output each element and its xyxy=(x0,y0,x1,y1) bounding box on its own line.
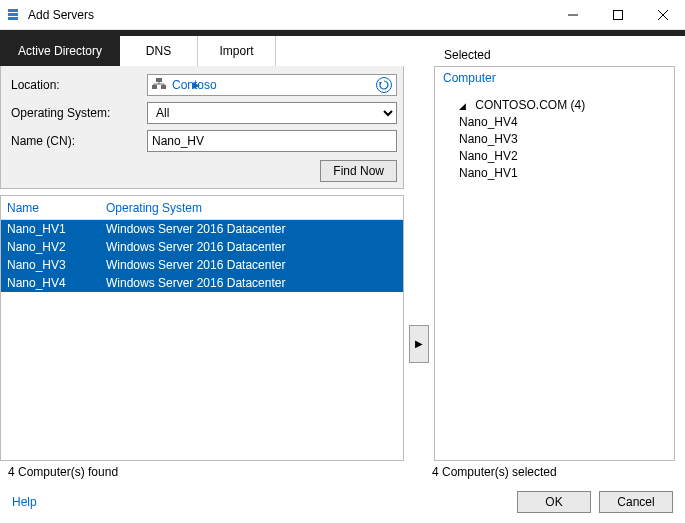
maximize-button[interactable] xyxy=(595,0,640,29)
os-label: Operating System: xyxy=(7,106,147,120)
svg-rect-2 xyxy=(8,17,18,20)
transfer-column: ▶ xyxy=(404,66,434,461)
add-to-selected-button[interactable]: ▶ xyxy=(409,325,429,363)
selected-item[interactable]: Nano_HV2 xyxy=(459,148,666,165)
tab-strip: Active Directory DNS Import xyxy=(0,36,404,66)
domain-label: CONTOSO.COM (4) xyxy=(475,98,585,112)
selected-label: Selected xyxy=(444,48,491,62)
tab-import[interactable]: Import xyxy=(198,36,276,66)
location-label: Location: xyxy=(7,78,147,92)
results-header: Name Operating System xyxy=(1,196,403,220)
titlebar: Add Servers xyxy=(0,0,685,30)
server-icon xyxy=(6,7,22,23)
search-pane: Location: Contoso ▶ Operating System: xyxy=(0,66,404,461)
result-os: Windows Server 2016 Datacenter xyxy=(106,276,403,290)
result-os: Windows Server 2016 Datacenter xyxy=(106,258,403,272)
result-os: Windows Server 2016 Datacenter xyxy=(106,222,403,236)
selected-item[interactable]: Nano_HV4 xyxy=(459,114,666,131)
domain-node[interactable]: ◢ CONTOSO.COM (4) xyxy=(459,98,666,112)
selected-item[interactable]: Nano_HV1 xyxy=(459,165,666,182)
ok-button[interactable]: OK xyxy=(517,491,591,513)
svg-rect-4 xyxy=(613,10,622,19)
name-label: Name (CN): xyxy=(7,134,147,148)
help-link[interactable]: Help xyxy=(12,495,509,509)
window-title: Add Servers xyxy=(28,8,550,22)
result-name: Nano_HV3 xyxy=(1,258,106,272)
tab-dns[interactable]: DNS xyxy=(120,36,198,66)
svg-rect-8 xyxy=(152,85,157,89)
content-area: Location: Contoso ▶ Operating System: xyxy=(0,66,685,461)
find-now-button[interactable]: Find Now xyxy=(320,160,397,182)
selected-pane: Computer ◢ CONTOSO.COM (4) Nano_HV4Nano_… xyxy=(434,66,675,461)
result-row[interactable]: Nano_HV1Windows Server 2016 Datacenter xyxy=(1,220,403,238)
close-button[interactable] xyxy=(640,0,685,29)
svg-rect-0 xyxy=(8,9,18,12)
status-row: 4 Computer(s) found 4 Computer(s) select… xyxy=(0,461,685,479)
selected-list[interactable]: Computer ◢ CONTOSO.COM (4) Nano_HV4Nano_… xyxy=(434,66,675,461)
collapse-icon: ◢ xyxy=(459,101,466,111)
col-header-name[interactable]: Name xyxy=(1,201,106,215)
result-row[interactable]: Nano_HV3Windows Server 2016 Datacenter xyxy=(1,256,403,274)
cancel-button[interactable]: Cancel xyxy=(599,491,673,513)
minimize-button[interactable] xyxy=(550,0,595,29)
svg-rect-9 xyxy=(161,85,166,89)
result-name: Nano_HV1 xyxy=(1,222,106,236)
add-servers-window: Add Servers Active Directory DNS Import … xyxy=(0,0,685,523)
found-status: 4 Computer(s) found xyxy=(8,465,432,479)
selected-item[interactable]: Nano_HV3 xyxy=(459,131,666,148)
svg-rect-7 xyxy=(156,78,162,82)
result-os: Windows Server 2016 Datacenter xyxy=(106,240,403,254)
selected-status: 4 Computer(s) selected xyxy=(432,465,557,479)
name-input[interactable] xyxy=(147,130,397,152)
result-name: Nano_HV4 xyxy=(1,276,106,290)
result-row[interactable]: Nano_HV4Windows Server 2016 Datacenter xyxy=(1,274,403,292)
search-form: Location: Contoso ▶ Operating System: xyxy=(0,66,404,189)
os-select[interactable]: All xyxy=(147,102,397,124)
svg-rect-1 xyxy=(8,13,18,16)
location-field[interactable]: Contoso ▶ xyxy=(147,74,397,96)
breadcrumb-arrow-icon: ▶ xyxy=(193,80,200,90)
col-header-os[interactable]: Operating System xyxy=(106,201,403,215)
selected-header[interactable]: Computer xyxy=(443,71,666,90)
results-list[interactable]: Name Operating System Nano_HV1Windows Se… xyxy=(0,195,404,461)
tab-active-directory[interactable]: Active Directory xyxy=(0,36,120,66)
footer: Help OK Cancel xyxy=(0,479,685,523)
window-controls xyxy=(550,0,685,29)
refresh-icon[interactable] xyxy=(376,77,392,93)
org-icon xyxy=(152,78,166,93)
result-row[interactable]: Nano_HV2Windows Server 2016 Datacenter xyxy=(1,238,403,256)
result-name: Nano_HV2 xyxy=(1,240,106,254)
